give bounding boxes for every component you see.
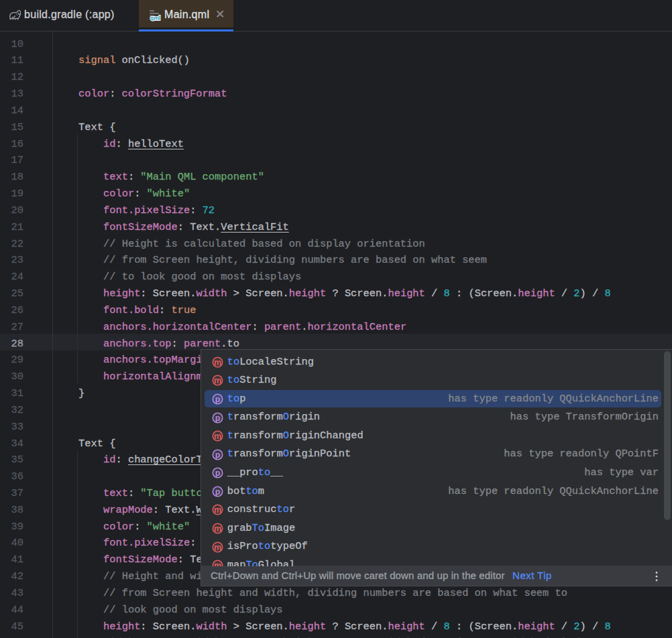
svg-text:p: p xyxy=(215,468,221,478)
svg-text:qml: qml xyxy=(150,15,160,21)
svg-text:p: p xyxy=(215,450,221,460)
svg-text:m: m xyxy=(214,524,221,533)
svg-text:m: m xyxy=(214,542,221,552)
svg-text:m: m xyxy=(214,505,221,515)
svg-text:m: m xyxy=(214,561,221,566)
svg-text:m: m xyxy=(214,432,221,441)
svg-text:m: m xyxy=(214,376,221,385)
svg-text:p: p xyxy=(215,487,221,497)
svg-text:m: m xyxy=(214,358,221,367)
svg-text:p: p xyxy=(215,413,221,422)
svg-text:p: p xyxy=(215,395,221,404)
